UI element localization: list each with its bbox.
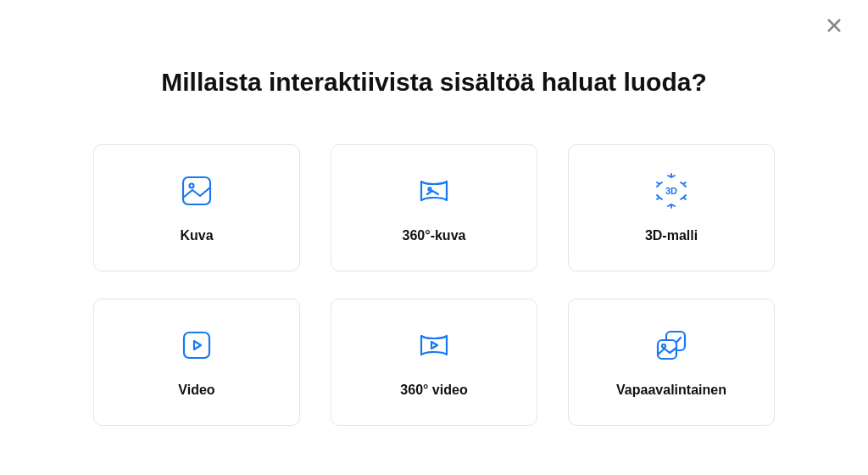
svg-rect-6 — [184, 332, 209, 358]
3d-icon: 3D — [653, 172, 690, 210]
close-icon — [826, 17, 843, 37]
video-icon — [178, 327, 215, 364]
card-label: 360°-kuva — [403, 228, 466, 243]
card-label: Kuva — [180, 228, 213, 243]
card-label: Vapaavalintainen — [616, 383, 726, 398]
card-label: 3D-malli — [645, 228, 698, 243]
panorama-video-icon — [415, 327, 453, 364]
card-video[interactable]: Video — [93, 299, 300, 426]
page-title: Millaista interaktiivista sisältöä halua… — [0, 68, 868, 97]
card-360-video[interactable]: 360° video — [331, 299, 537, 426]
svg-point-3 — [190, 184, 194, 188]
card-custom[interactable]: Vapaavalintainen — [568, 299, 775, 426]
svg-text:3D: 3D — [665, 186, 677, 196]
card-image[interactable]: Kuva — [93, 144, 300, 271]
image-icon — [178, 172, 215, 210]
card-360-image[interactable]: 360°-kuva — [331, 144, 537, 271]
card-3d-model[interactable]: 3D 3D-malli — [568, 144, 775, 271]
card-label: Video — [178, 383, 214, 398]
card-label: 360° video — [400, 383, 467, 398]
panorama-icon — [415, 172, 453, 210]
custom-media-icon — [653, 327, 690, 364]
svg-point-4 — [428, 187, 431, 190]
close-button[interactable] — [824, 17, 844, 37]
content-type-grid: Kuva 360°-kuva 3D 3D-malli — [93, 144, 775, 426]
